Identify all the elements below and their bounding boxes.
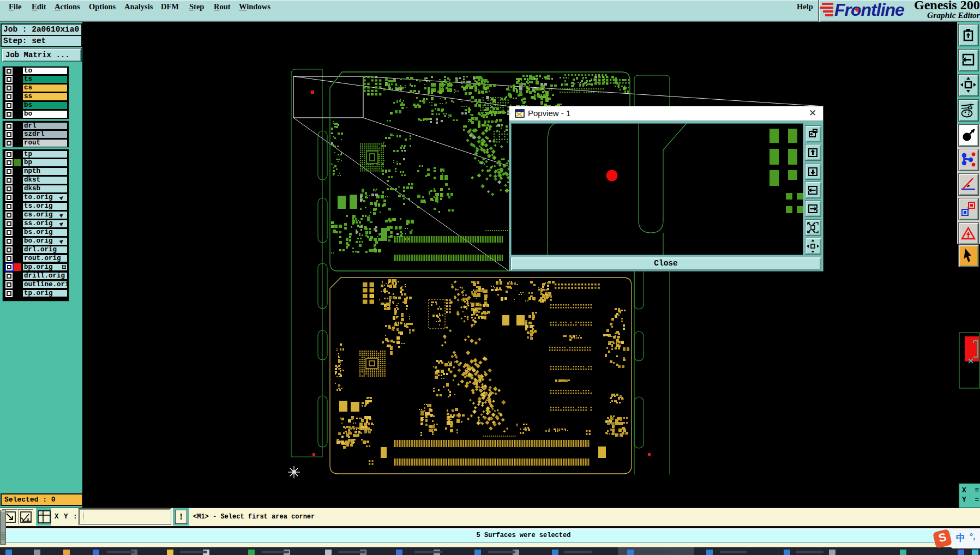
- svg-text:Frontline: Frontline: [834, 0, 904, 20]
